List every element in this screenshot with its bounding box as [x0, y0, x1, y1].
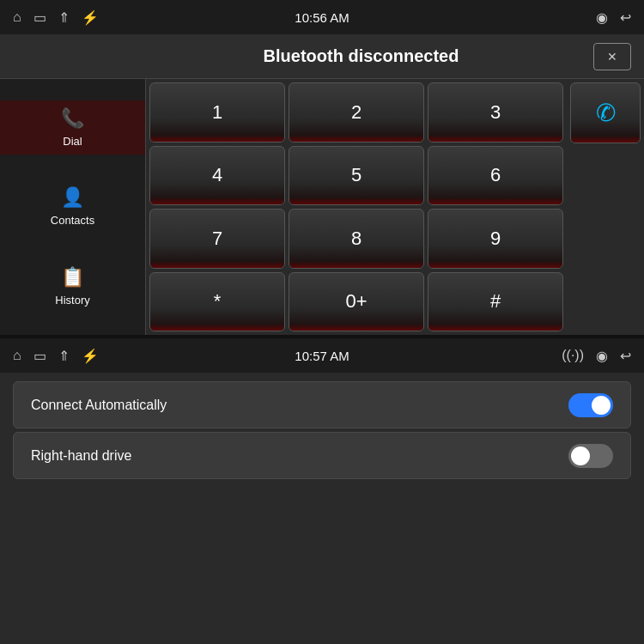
- call-col-empty-2: [570, 210, 641, 269]
- back-icon[interactable]: ↩: [620, 9, 631, 26]
- bottom-status-bar: ⌂ ▭ ⇑ ⚡ 10:57 AM ((·)) ◉ ↩: [0, 338, 644, 373]
- sidebar-item-contacts[interactable]: 👤 Contacts: [0, 179, 145, 234]
- status-time: 10:56 AM: [295, 10, 349, 25]
- history-icon: 📋: [61, 266, 84, 289]
- home-icon[interactable]: ⌂: [13, 9, 21, 25]
- dial-key-6[interactable]: 6: [428, 146, 563, 206]
- up-arrows-icon[interactable]: ⇑: [58, 9, 70, 26]
- sidebar-item-history[interactable]: 📋 History: [0, 259, 145, 313]
- connect-auto-label: Connect Automatically: [31, 398, 167, 413]
- bottom-location-icon[interactable]: ◉: [596, 348, 608, 364]
- phone-area: 📞 Dial 👤 Contacts 📋 History 1 2 3 4 5 6 …: [0, 79, 644, 335]
- bottom-up-arrows-icon[interactable]: ⇑: [58, 348, 70, 364]
- status-bar-left-icons: ⌂ ▭ ⇑ ⚡: [13, 9, 99, 26]
- bt-disconnected-title: Bluetooth disconnected: [155, 46, 568, 66]
- dial-key-2[interactable]: 2: [289, 82, 424, 143]
- top-status-bar: ⌂ ▭ ⇑ ⚡ 10:56 AM ◉ ↩: [0, 0, 644, 34]
- wifi-icon[interactable]: ((·)): [562, 348, 584, 363]
- bottom-status-time: 10:57 AM: [295, 349, 349, 363]
- dial-key-0[interactable]: 0+: [289, 272, 424, 332]
- call-button[interactable]: ✆: [570, 82, 641, 143]
- call-column: ✆: [567, 79, 644, 335]
- bottom-usb-icon[interactable]: ⚡: [82, 348, 99, 364]
- dial-key-4[interactable]: 4: [149, 146, 285, 206]
- call-col-empty-3: [570, 272, 641, 331]
- bottom-status-bar-left: ⌂ ▭ ⇑ ⚡: [13, 348, 99, 364]
- sidebar-item-dial[interactable]: 📞 Dial: [0, 100, 145, 155]
- right-hand-drive-toggle-knob: [571, 447, 590, 465]
- status-bar-right-icons: ◉ ↩: [596, 9, 631, 26]
- right-hand-drive-label: Right-hand drive: [31, 448, 131, 464]
- bottom-screen-icon[interactable]: ▭: [33, 348, 46, 364]
- location-icon[interactable]: ◉: [596, 9, 608, 26]
- bottom-home-icon[interactable]: ⌂: [13, 348, 21, 363]
- dial-key-star[interactable]: *: [149, 272, 285, 332]
- bt-close-button[interactable]: ✕: [593, 43, 631, 70]
- sidebar: 📞 Dial 👤 Contacts 📋 History: [0, 79, 146, 335]
- dial-key-8[interactable]: 8: [289, 209, 424, 269]
- screen-icon[interactable]: ▭: [33, 9, 46, 26]
- right-hand-drive-row: Right-hand drive: [13, 432, 631, 479]
- connect-auto-toggle-knob: [592, 396, 611, 415]
- dial-key-5[interactable]: 5: [289, 146, 424, 206]
- dial-key-1[interactable]: 1: [149, 82, 285, 143]
- contacts-label: Contacts: [51, 214, 94, 227]
- right-hand-drive-toggle[interactable]: [568, 444, 613, 468]
- connect-auto-toggle[interactable]: [568, 393, 613, 417]
- close-icon: ✕: [607, 50, 617, 64]
- dial-key-9[interactable]: 9: [428, 209, 563, 269]
- history-label: History: [55, 294, 89, 307]
- dial-key-7[interactable]: 7: [149, 209, 285, 269]
- connect-automatically-row: Connect Automatically: [13, 381, 631, 428]
- contacts-icon: 👤: [61, 186, 84, 209]
- top-panel: ⌂ ▭ ⇑ ⚡ 10:56 AM ◉ ↩ Bluetooth disconnec…: [0, 0, 644, 335]
- dialpad: 1 2 3 4 5 6 7 8 9 * 0+ #: [146, 79, 567, 335]
- call-col-empty-1: [570, 147, 641, 206]
- dial-label: Dial: [63, 135, 82, 148]
- bt-banner: Bluetooth disconnected ✕: [0, 34, 644, 79]
- bottom-panel: ⌂ ▭ ⇑ ⚡ 10:57 AM ((·)) ◉ ↩ Connect Autom…: [0, 338, 644, 644]
- bottom-back-icon[interactable]: ↩: [620, 348, 631, 364]
- bottom-status-bar-right: ((·)) ◉ ↩: [562, 348, 631, 364]
- call-phone-icon: ✆: [596, 99, 616, 127]
- dial-key-3[interactable]: 3: [428, 82, 563, 143]
- settings-content: Connect Automatically Right-hand drive: [0, 373, 644, 491]
- dial-key-hash[interactable]: #: [428, 272, 563, 332]
- dial-icon: 📞: [61, 107, 84, 130]
- usb-icon[interactable]: ⚡: [82, 9, 99, 26]
